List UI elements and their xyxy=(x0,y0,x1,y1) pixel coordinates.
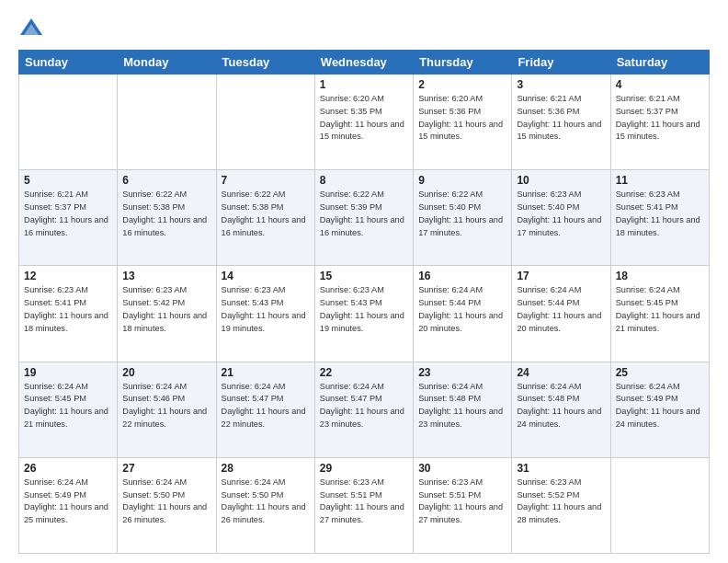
day-number: 26 xyxy=(24,462,112,475)
day-cell xyxy=(216,75,314,170)
day-cell: 17Sunrise: 6:24 AMSunset: 5:44 PMDayligh… xyxy=(512,266,610,362)
day-info: Sunrise: 6:20 AMSunset: 5:36 PMDaylight:… xyxy=(418,93,506,144)
day-cell: 30Sunrise: 6:23 AMSunset: 5:51 PMDayligh… xyxy=(414,457,512,553)
day-info: Sunrise: 6:22 AMSunset: 5:38 PMDaylight:… xyxy=(222,189,310,239)
day-cell: 9Sunrise: 6:22 AMSunset: 5:40 PMDaylight… xyxy=(414,170,512,266)
page: SundayMondayTuesdayWednesdayThursdayFrid… xyxy=(0,0,728,563)
day-cell: 23Sunrise: 6:24 AMSunset: 5:48 PMDayligh… xyxy=(414,362,512,457)
week-row-3: 12Sunrise: 6:23 AMSunset: 5:41 PMDayligh… xyxy=(19,266,710,362)
weekday-header-thursday: Thursday xyxy=(414,51,512,75)
day-cell: 18Sunrise: 6:24 AMSunset: 5:45 PMDayligh… xyxy=(610,266,709,362)
day-number: 13 xyxy=(122,270,210,282)
day-cell: 11Sunrise: 6:23 AMSunset: 5:41 PMDayligh… xyxy=(610,170,709,266)
day-info: Sunrise: 6:24 AMSunset: 5:44 PMDaylight:… xyxy=(517,284,605,335)
day-info: Sunrise: 6:24 AMSunset: 5:48 PMDaylight:… xyxy=(418,381,506,431)
day-cell: 15Sunrise: 6:23 AMSunset: 5:43 PMDayligh… xyxy=(314,266,413,362)
weekday-header-tuesday: Tuesday xyxy=(216,51,314,75)
day-info: Sunrise: 6:21 AMSunset: 5:37 PMDaylight:… xyxy=(24,189,112,239)
week-row-5: 26Sunrise: 6:24 AMSunset: 5:49 PMDayligh… xyxy=(19,457,710,553)
day-cell: 19Sunrise: 6:24 AMSunset: 5:45 PMDayligh… xyxy=(19,362,118,457)
day-number: 8 xyxy=(320,174,408,187)
day-info: Sunrise: 6:23 AMSunset: 5:40 PMDaylight:… xyxy=(517,189,605,239)
day-cell: 28Sunrise: 6:24 AMSunset: 5:50 PMDayligh… xyxy=(216,457,314,553)
day-cell: 21Sunrise: 6:24 AMSunset: 5:47 PMDayligh… xyxy=(216,362,314,457)
day-cell: 14Sunrise: 6:23 AMSunset: 5:43 PMDayligh… xyxy=(216,266,314,362)
week-row-2: 5Sunrise: 6:21 AMSunset: 5:37 PMDaylight… xyxy=(19,170,710,266)
day-cell: 20Sunrise: 6:24 AMSunset: 5:46 PMDayligh… xyxy=(118,362,216,457)
day-cell: 27Sunrise: 6:24 AMSunset: 5:50 PMDayligh… xyxy=(118,457,216,553)
day-number: 12 xyxy=(24,270,112,282)
day-number: 20 xyxy=(122,366,210,379)
day-cell: 2Sunrise: 6:20 AMSunset: 5:36 PMDaylight… xyxy=(414,75,512,170)
day-cell xyxy=(610,457,709,553)
day-number: 28 xyxy=(222,462,310,475)
day-info: Sunrise: 6:23 AMSunset: 5:51 PMDaylight:… xyxy=(418,477,506,527)
day-info: Sunrise: 6:24 AMSunset: 5:49 PMDaylight:… xyxy=(616,381,704,431)
day-info: Sunrise: 6:23 AMSunset: 5:43 PMDaylight:… xyxy=(222,284,310,335)
day-cell: 13Sunrise: 6:23 AMSunset: 5:42 PMDayligh… xyxy=(118,266,216,362)
day-number: 18 xyxy=(616,270,704,282)
day-number: 16 xyxy=(418,270,506,282)
day-cell: 29Sunrise: 6:23 AMSunset: 5:51 PMDayligh… xyxy=(314,457,413,553)
day-info: Sunrise: 6:24 AMSunset: 5:47 PMDaylight:… xyxy=(320,381,408,431)
day-info: Sunrise: 6:22 AMSunset: 5:38 PMDaylight:… xyxy=(122,189,210,239)
day-info: Sunrise: 6:23 AMSunset: 5:42 PMDaylight:… xyxy=(122,284,210,335)
day-number: 10 xyxy=(517,174,605,187)
day-cell: 1Sunrise: 6:20 AMSunset: 5:35 PMDaylight… xyxy=(314,75,413,170)
day-number: 19 xyxy=(24,366,112,379)
day-number: 21 xyxy=(222,366,310,379)
day-number: 24 xyxy=(517,366,605,379)
day-info: Sunrise: 6:22 AMSunset: 5:40 PMDaylight:… xyxy=(418,189,506,239)
day-number: 1 xyxy=(320,78,408,91)
day-number: 5 xyxy=(24,174,112,187)
day-cell xyxy=(118,75,216,170)
day-info: Sunrise: 6:23 AMSunset: 5:41 PMDaylight:… xyxy=(616,189,704,239)
day-cell: 4Sunrise: 6:21 AMSunset: 5:37 PMDaylight… xyxy=(610,75,709,170)
day-cell: 22Sunrise: 6:24 AMSunset: 5:47 PMDayligh… xyxy=(314,362,413,457)
day-number: 11 xyxy=(616,174,704,187)
day-number: 14 xyxy=(222,270,310,282)
day-info: Sunrise: 6:23 AMSunset: 5:41 PMDaylight:… xyxy=(24,284,112,335)
day-cell: 6Sunrise: 6:22 AMSunset: 5:38 PMDaylight… xyxy=(118,170,216,266)
day-number: 31 xyxy=(517,462,605,475)
day-number: 2 xyxy=(418,78,506,91)
header xyxy=(18,15,710,40)
day-number: 6 xyxy=(122,174,210,187)
day-number: 9 xyxy=(418,174,506,187)
day-info: Sunrise: 6:21 AMSunset: 5:37 PMDaylight:… xyxy=(616,93,704,144)
day-number: 30 xyxy=(418,462,506,475)
day-info: Sunrise: 6:24 AMSunset: 5:50 PMDaylight:… xyxy=(222,477,310,527)
day-number: 22 xyxy=(320,366,408,379)
day-cell: 26Sunrise: 6:24 AMSunset: 5:49 PMDayligh… xyxy=(19,457,118,553)
day-number: 25 xyxy=(616,366,704,379)
day-cell: 16Sunrise: 6:24 AMSunset: 5:44 PMDayligh… xyxy=(414,266,512,362)
day-cell: 8Sunrise: 6:22 AMSunset: 5:39 PMDaylight… xyxy=(314,170,413,266)
day-info: Sunrise: 6:23 AMSunset: 5:43 PMDaylight:… xyxy=(320,284,408,335)
day-cell xyxy=(19,75,118,170)
weekday-header-wednesday: Wednesday xyxy=(314,51,413,75)
day-cell: 7Sunrise: 6:22 AMSunset: 5:38 PMDaylight… xyxy=(216,170,314,266)
weekday-header-monday: Monday xyxy=(118,51,216,75)
logo xyxy=(18,15,48,40)
weekday-header-row: SundayMondayTuesdayWednesdayThursdayFrid… xyxy=(19,51,710,75)
day-cell: 31Sunrise: 6:23 AMSunset: 5:52 PMDayligh… xyxy=(512,457,610,553)
day-info: Sunrise: 6:24 AMSunset: 5:44 PMDaylight:… xyxy=(418,284,506,335)
day-cell: 25Sunrise: 6:24 AMSunset: 5:49 PMDayligh… xyxy=(610,362,709,457)
day-number: 3 xyxy=(517,78,605,91)
day-cell: 5Sunrise: 6:21 AMSunset: 5:37 PMDaylight… xyxy=(19,170,118,266)
calendar: SundayMondayTuesdayWednesdayThursdayFrid… xyxy=(18,50,710,554)
weekday-header-sunday: Sunday xyxy=(19,51,118,75)
day-info: Sunrise: 6:21 AMSunset: 5:36 PMDaylight:… xyxy=(517,93,605,144)
day-cell: 24Sunrise: 6:24 AMSunset: 5:48 PMDayligh… xyxy=(512,362,610,457)
day-info: Sunrise: 6:20 AMSunset: 5:35 PMDaylight:… xyxy=(320,93,408,144)
day-number: 23 xyxy=(418,366,506,379)
day-info: Sunrise: 6:23 AMSunset: 5:52 PMDaylight:… xyxy=(517,477,605,527)
day-info: Sunrise: 6:24 AMSunset: 5:47 PMDaylight:… xyxy=(222,381,310,431)
day-number: 17 xyxy=(517,270,605,282)
day-info: Sunrise: 6:23 AMSunset: 5:51 PMDaylight:… xyxy=(320,477,408,527)
weekday-header-friday: Friday xyxy=(512,51,610,75)
day-number: 29 xyxy=(320,462,408,475)
logo-icon xyxy=(18,15,44,40)
week-row-1: 1Sunrise: 6:20 AMSunset: 5:35 PMDaylight… xyxy=(19,75,710,170)
day-cell: 12Sunrise: 6:23 AMSunset: 5:41 PMDayligh… xyxy=(19,266,118,362)
